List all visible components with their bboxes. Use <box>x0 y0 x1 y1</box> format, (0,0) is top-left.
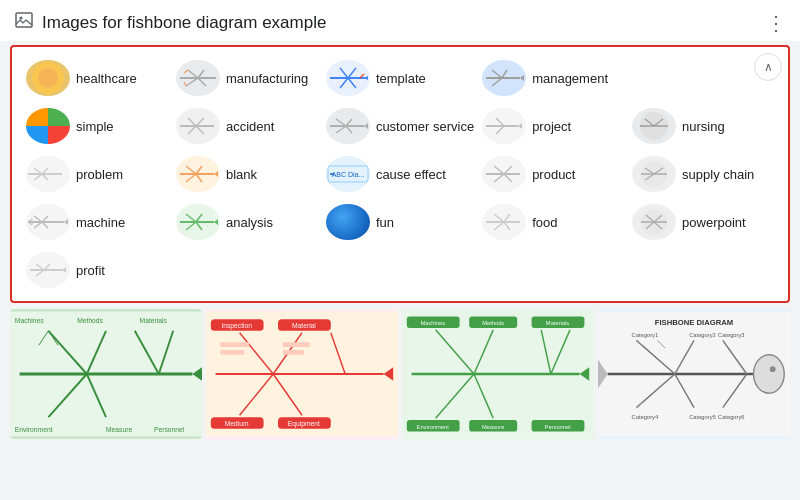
tag-item-project[interactable]: project <box>478 103 628 149</box>
tag-item-customer-service[interactable]: customer service <box>322 103 478 149</box>
bottom-image-2[interactable]: Inspection Material Medium Equipment <box>206 309 398 439</box>
tag-item-healthcare[interactable]: healthcare <box>22 55 172 101</box>
svg-text:Environment: Environment <box>15 426 53 433</box>
bottom-image-3[interactable]: Machines Methods Materials Environment M… <box>402 309 594 439</box>
tag-item-manufacturing[interactable]: manufacturing <box>172 55 322 101</box>
svg-line-7 <box>186 78 198 86</box>
bottom-image-strip: Machines Methods Materials Environment M… <box>10 309 790 439</box>
thumb-machine <box>26 204 70 240</box>
tag-grid-container: ∧ healthcare <box>10 45 790 303</box>
svg-rect-129 <box>220 350 244 355</box>
svg-marker-22 <box>520 75 524 81</box>
svg-point-3 <box>38 68 58 88</box>
tag-label-profit: profit <box>76 263 105 278</box>
svg-marker-52 <box>214 171 218 177</box>
svg-text:Machines: Machines <box>420 320 445 326</box>
tag-item-blank[interactable]: blank <box>172 151 322 197</box>
svg-line-80 <box>494 214 504 222</box>
tag-item-powerpoint[interactable]: powerpoint <box>628 199 778 245</box>
tag-label-management: management <box>532 71 608 86</box>
thumb-management <box>482 60 526 96</box>
svg-line-12 <box>340 68 348 78</box>
tag-item-machine[interactable]: machine <box>22 199 172 245</box>
svg-line-58 <box>504 166 512 174</box>
svg-line-9 <box>184 70 188 73</box>
svg-marker-33 <box>364 123 368 129</box>
svg-line-21 <box>492 78 502 86</box>
svg-text:Measure: Measure <box>106 426 132 433</box>
svg-text:Category1: Category1 <box>632 332 659 338</box>
svg-line-31 <box>336 126 346 133</box>
svg-text:Equipment: Equipment <box>288 420 320 428</box>
svg-text:FISHBONE DIAGRAM: FISHBONE DIAGRAM <box>655 318 733 327</box>
tag-label-machine: machine <box>76 215 125 230</box>
thumb-analysis <box>176 204 220 240</box>
thumb-product <box>482 156 526 192</box>
svg-line-5 <box>188 70 198 78</box>
svg-line-82 <box>494 222 504 230</box>
tag-item-management[interactable]: management <box>478 55 628 101</box>
tag-label-product: product <box>532 167 575 182</box>
tag-label-template: template <box>376 71 426 86</box>
tag-item-nursing[interactable]: nursing <box>628 103 778 149</box>
tag-item-food[interactable]: food <box>478 199 628 245</box>
svg-line-15 <box>348 78 356 88</box>
svg-line-81 <box>504 214 510 222</box>
svg-marker-71 <box>64 219 68 225</box>
tag-label-accident: accident <box>226 119 274 134</box>
svg-point-156 <box>754 355 785 393</box>
tag-label-supply-chain: supply chain <box>682 167 754 182</box>
svg-line-6 <box>198 70 204 78</box>
svg-text:Category3: Category3 <box>718 332 745 338</box>
tag-item-fun[interactable]: fun <box>322 199 478 245</box>
tag-label-problem: problem <box>76 167 123 182</box>
more-options-button[interactable]: ⋮ <box>766 11 786 35</box>
tag-label-healthcare: healthcare <box>76 71 137 86</box>
svg-text:Personnel: Personnel <box>545 424 571 430</box>
svg-line-30 <box>346 119 352 126</box>
thumb-nursing <box>632 108 676 144</box>
tag-label-project: project <box>532 119 571 134</box>
thumb-powerpoint <box>632 204 676 240</box>
tag-item-template[interactable]: template <box>322 55 478 101</box>
collapse-button[interactable]: ∧ <box>754 53 782 81</box>
svg-marker-78 <box>214 219 218 225</box>
svg-marker-37 <box>518 123 522 129</box>
tag-item-accident[interactable]: accident <box>172 103 322 149</box>
svg-line-20 <box>502 70 507 78</box>
page-wrapper: Images for fishbone diagram example ⋮ ∧ … <box>0 0 800 439</box>
page-title: Images for fishbone diagram example <box>42 13 758 33</box>
tag-item-profit[interactable]: profit <box>22 247 172 293</box>
tag-item-supply-chain[interactable]: supply chain <box>628 151 778 197</box>
svg-line-59 <box>494 174 504 182</box>
svg-line-26 <box>188 126 196 134</box>
tag-item-analysis[interactable]: analysis <box>172 199 322 245</box>
tag-item-cause-effect[interactable]: ABC Dia... cause effect <box>322 151 478 197</box>
image-icon <box>14 10 34 35</box>
thumb-healthcare <box>26 60 70 96</box>
svg-text:Category6: Category6 <box>718 414 745 420</box>
svg-rect-131 <box>283 350 304 355</box>
thumb-accident <box>176 108 220 144</box>
svg-line-36 <box>496 126 504 134</box>
tag-item-simple[interactable]: simple <box>22 103 172 149</box>
tag-label-cause-effect: cause effect <box>376 167 446 182</box>
svg-text:Medium: Medium <box>225 420 249 427</box>
svg-point-157 <box>770 366 776 372</box>
tag-grid: healthcare manufacturing <box>22 55 778 293</box>
svg-text:Methods: Methods <box>482 320 504 326</box>
svg-text:Machines: Machines <box>15 317 44 324</box>
svg-line-32 <box>346 126 352 133</box>
bottom-image-4[interactable]: FISHBONE DIAGRAM <box>598 309 790 439</box>
bottom-image-1[interactable]: Machines Methods Materials Environment M… <box>10 309 202 439</box>
svg-line-74 <box>186 214 196 222</box>
tag-item-problem[interactable]: problem <box>22 151 172 197</box>
thumb-simple <box>26 108 70 144</box>
tag-item-product[interactable]: product <box>478 151 628 197</box>
svg-line-49 <box>196 166 202 174</box>
thumb-blank <box>176 156 220 192</box>
svg-line-13 <box>348 68 356 78</box>
svg-text:ABC Dia...: ABC Dia... <box>332 171 365 178</box>
thumb-template <box>326 60 370 96</box>
svg-line-83 <box>504 222 510 230</box>
